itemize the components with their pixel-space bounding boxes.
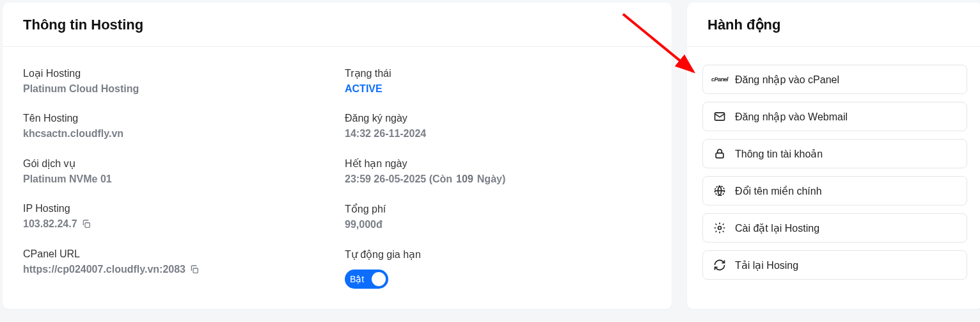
- action-label: Đăng nhập vào cPanel: [735, 74, 839, 86]
- field-ip: IP Hosting 103.82.24.7: [23, 203, 329, 230]
- field-plan: Gói dịch vụ Platinum NVMe 01: [23, 157, 329, 185]
- globe-icon: [713, 184, 726, 197]
- field-value: 103.82.24.7: [23, 218, 91, 230]
- actions-card: Hành động cPanelĐăng nhập vào cPanelĐăng…: [687, 3, 980, 309]
- field-value: 14:32 26-11-2024: [345, 128, 426, 140]
- field-label: IP Hosting: [23, 203, 329, 214]
- expires-days: 109: [456, 173, 473, 185]
- svg-rect-0: [85, 223, 90, 227]
- hosting-info-card: Thông tin Hosting Loại Hosting Platinum …: [3, 3, 672, 309]
- reload-hosting-button[interactable]: Tải lại Hosing: [702, 250, 967, 280]
- field-cpanel-url: CPanel URL https://cp024007.cloudfly.vn:…: [23, 248, 329, 289]
- field-status: Trạng thái ACTIVE: [345, 67, 651, 95]
- field-label: Trạng thái: [345, 67, 651, 79]
- reinstall-hosting-button[interactable]: Cài đặt lại Hosting: [702, 213, 967, 243]
- actions-header: Hành động: [687, 3, 980, 47]
- status-badge: ACTIVE: [345, 83, 651, 95]
- field-label: Tổng phí: [345, 203, 651, 215]
- field-label: Tên Hosting: [23, 113, 329, 124]
- cpanel-url-value: https://cp024007.cloudfly.vn:2083: [23, 264, 186, 275]
- account-info-button[interactable]: Thông tin tài khoản: [702, 139, 967, 168]
- field-label: Hết hạn ngày: [345, 157, 651, 170]
- toggle-label: Bật: [350, 274, 364, 284]
- expires-suffix: Ngày): [477, 173, 505, 185]
- login-cpanel-button[interactable]: cPanelĐăng nhập vào cPanel: [702, 65, 967, 94]
- svg-rect-1: [193, 268, 198, 273]
- field-expires: Hết hạn ngày 23:59 26-05-2025 (Còn 109 N…: [345, 157, 651, 185]
- cpanel-icon: cPanel: [713, 73, 726, 86]
- field-registered: Đăng ký ngày 14:32 26-11-2024: [345, 113, 651, 140]
- field-total: Tổng phí 99,000đ: [345, 203, 651, 230]
- action-label: Tải lại Hosing: [735, 259, 798, 271]
- actions-title: Hành động: [707, 17, 962, 33]
- mail-icon: [713, 110, 726, 123]
- auto-renew-toggle[interactable]: Bật: [345, 270, 388, 289]
- field-value: khcsactn.cloudfly.vn: [23, 128, 123, 140]
- field-hosting-name: Tên Hosting khcsactn.cloudfly.vn: [23, 113, 329, 140]
- field-label: Đăng ký ngày: [345, 113, 651, 124]
- svg-point-5: [718, 227, 722, 230]
- action-label: Cài đặt lại Hosting: [735, 222, 819, 234]
- field-label: Gói dịch vụ: [23, 157, 329, 170]
- field-label: CPanel URL: [23, 248, 329, 260]
- field-value: Platinum Cloud Hosting: [23, 83, 139, 95]
- lock-icon: [713, 147, 726, 160]
- hosting-info-header: Thông tin Hosting: [3, 3, 672, 47]
- field-value: 99,000đ: [345, 219, 383, 230]
- field-auto-renew: Tự động gia hạn Bật: [345, 248, 651, 289]
- action-label: Đổi tên miền chính: [735, 185, 822, 197]
- field-value: Platinum NVMe 01: [23, 173, 112, 185]
- gear-icon: [713, 221, 726, 234]
- hosting-info-title: Thông tin Hosting: [23, 17, 651, 33]
- refresh-icon: [713, 259, 726, 271]
- login-webmail-button[interactable]: Đăng nhập vào Webmail: [702, 102, 967, 131]
- svg-rect-3: [716, 153, 723, 158]
- ip-value: 103.82.24.7: [23, 218, 77, 230]
- field-label: Tự động gia hạn: [345, 248, 651, 261]
- copy-icon[interactable]: [81, 219, 91, 229]
- action-label: Thông tin tài khoản: [735, 148, 823, 160]
- change-domain-button[interactable]: Đổi tên miền chính: [702, 176, 967, 205]
- copy-icon[interactable]: [189, 264, 200, 275]
- field-label: Loại Hosting: [23, 67, 329, 79]
- action-label: Đăng nhập vào Webmail: [735, 111, 848, 123]
- field-hosting-type: Loại Hosting Platinum Cloud Hosting: [23, 67, 329, 95]
- field-value: 23:59 26-05-2025 (Còn 109 Ngày): [345, 173, 505, 185]
- expires-prefix: 23:59 26-05-2025 (Còn: [345, 173, 452, 185]
- field-value: https://cp024007.cloudfly.vn:2083: [23, 264, 200, 275]
- toggle-knob: [372, 272, 386, 286]
